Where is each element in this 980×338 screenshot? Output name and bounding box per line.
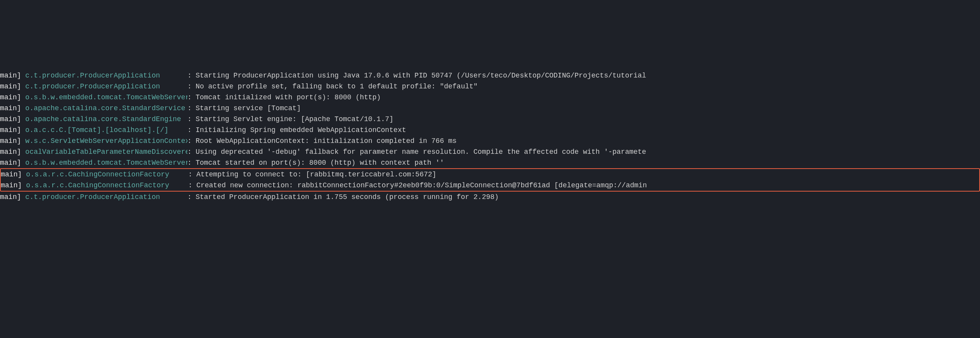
log-logger: c.t.producer.ProducerApplication (25, 81, 188, 92)
log-logger: c.t.producer.ProducerApplication (25, 70, 188, 81)
log-thread: main] (0, 114, 21, 125)
log-thread: main] (0, 81, 21, 92)
highlighted-log-group: main] o.s.a.r.c.CachingConnectionFactory… (0, 168, 980, 192)
log-logger: o.s.a.r.c.CachingConnectionFactory (26, 180, 188, 191)
log-thread: main] (0, 146, 21, 157)
log-line: main] c.t.producer.ProducerApplication :… (0, 81, 980, 92)
log-separator: : (188, 169, 196, 180)
log-thread: main] (0, 70, 21, 81)
log-separator: : (188, 157, 196, 168)
log-logger: o.apache.catalina.core.StandardService (25, 103, 188, 114)
log-line: main] o.a.c.c.C.[Tomcat].[localhost].[/]… (0, 125, 980, 136)
log-message: Root WebApplicationContext: initializati… (196, 136, 457, 146)
log-line: main] o.apache.catalina.core.StandardEng… (0, 114, 980, 125)
log-thread: main] (0, 92, 21, 103)
log-separator: : (188, 70, 196, 81)
log-separator: : (188, 81, 196, 92)
log-logger: o.s.b.w.embedded.tomcat.TomcatWebServer (25, 92, 188, 103)
log-logger: o.s.a.r.c.CachingConnectionFactory (26, 169, 188, 180)
log-logger: w.s.c.ServletWebServerApplicationContext (25, 136, 188, 146)
log-separator: : (188, 125, 196, 136)
log-separator: : (188, 192, 196, 202)
log-line: main] o.apache.catalina.core.StandardSer… (0, 103, 980, 114)
log-logger: c.t.producer.ProducerApplication (25, 192, 188, 202)
log-line: main] w.s.c.ServletWebServerApplicationC… (0, 136, 980, 146)
log-line: main] c.t.producer.ProducerApplication :… (0, 192, 980, 202)
log-logger: o.a.c.c.C.[Tomcat].[localhost].[/] (25, 125, 188, 136)
log-separator: : (188, 180, 196, 191)
log-separator: : (188, 146, 196, 157)
log-thread: main] (0, 157, 21, 168)
log-message: Tomcat started on port(s): 8000 (http) w… (196, 157, 444, 168)
log-separator: : (188, 92, 196, 103)
log-logger: o.apache.catalina.core.StandardEngine (25, 114, 188, 125)
console-output: main] c.t.producer.ProducerApplication :… (0, 70, 980, 202)
log-message: Starting service [Tomcat] (196, 103, 301, 114)
log-separator: : (188, 114, 196, 125)
log-logger: o.s.b.w.embedded.tomcat.TomcatWebServer (25, 157, 188, 168)
log-thread: main] (0, 192, 21, 202)
log-message: Starting Servlet engine: [Apache Tomcat/… (196, 114, 394, 125)
log-message: Attempting to connect to: [rabbitmq.teri… (196, 169, 437, 180)
log-message: Initializing Spring embedded WebApplicat… (196, 125, 406, 136)
log-line: main] o.s.b.w.embedded.tomcat.TomcatWebS… (0, 92, 980, 103)
log-message: Starting ProducerApplication using Java … (196, 70, 646, 81)
log-thread: main] (0, 136, 21, 146)
log-thread: main] (0, 125, 21, 136)
log-message: Tomcat initialized with port(s): 8000 (h… (196, 92, 381, 103)
log-separator: : (188, 136, 196, 146)
log-separator: : (188, 103, 196, 114)
log-message: Created new connection: rabbitConnection… (196, 180, 647, 191)
log-line: main] o.s.b.w.embedded.tomcat.TomcatWebS… (0, 157, 980, 168)
log-thread: main] (1, 169, 22, 180)
log-thread: main] (1, 180, 22, 191)
log-logger: ocalVariableTableParameterNameDiscoverer (25, 146, 188, 157)
log-line: main] o.s.a.r.c.CachingConnectionFactory… (1, 180, 979, 191)
log-message: No active profile set, falling back to 1… (196, 81, 478, 92)
log-line: main] o.s.a.r.c.CachingConnectionFactory… (1, 169, 979, 180)
log-line: main] c.t.producer.ProducerApplication :… (0, 70, 980, 81)
log-thread: main] (0, 103, 21, 114)
log-line: main] ocalVariableTableParameterNameDisc… (0, 146, 980, 157)
log-message: Using deprecated '-debug' fallback for p… (196, 146, 646, 157)
log-message: Started ProducerApplication in 1.755 sec… (196, 192, 499, 202)
